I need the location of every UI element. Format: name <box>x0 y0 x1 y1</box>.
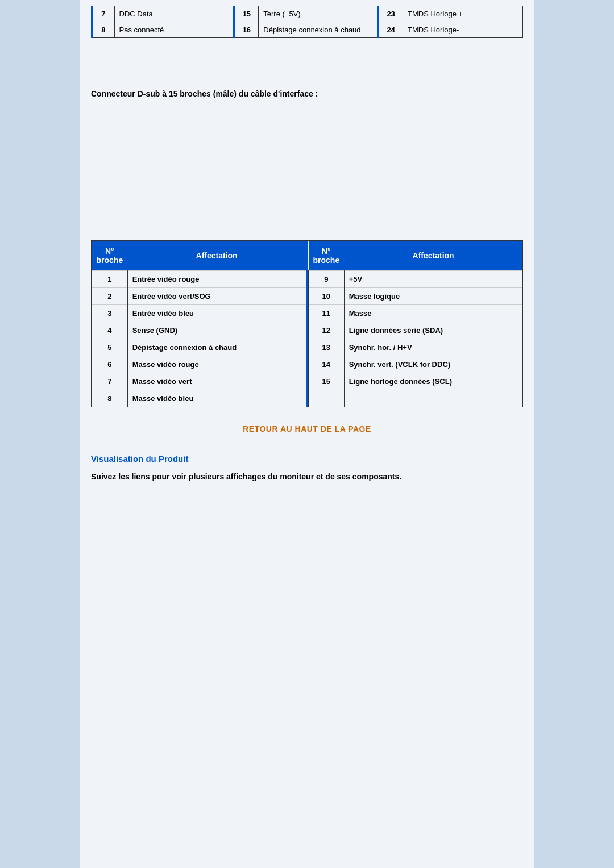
desc-15: Terre (+5V) <box>259 6 379 22</box>
table-row: 4 Sense (GND) <box>92 322 306 339</box>
table-row: 9 +5V <box>309 271 523 288</box>
assign-cell: Masse vidéo vert <box>127 373 306 390</box>
table-row: 12 Ligne données série (SDA) <box>309 322 523 339</box>
connector-left-half: N° broche Affectation 1 Entrée vidéo rou… <box>92 241 308 407</box>
table-row: 7 Masse vidéo vert <box>92 373 306 390</box>
table-row: 3 Entrée vidéo bleu <box>92 305 306 322</box>
pin-cell: 14 <box>309 356 345 373</box>
pin-cell: 9 <box>309 271 345 288</box>
pin-cell: 1 <box>92 271 128 288</box>
pin-8: 8 <box>92 22 115 38</box>
assign-cell: Dépistage connexion à chaud <box>127 339 306 356</box>
pin-16: 16 <box>234 22 259 38</box>
assign-cell: Masse <box>344 305 522 322</box>
table-row: 13 Synchr. hor. / H+V <box>309 339 523 356</box>
assign-cell: Entrée vidéo vert/SOG <box>127 288 306 305</box>
pin-cell: 7 <box>92 373 128 390</box>
assign-cell: Entrée vidéo bleu <box>127 305 306 322</box>
table-row: 14 Synchr. vert. (VCLK for DDC) <box>309 356 523 373</box>
table-row: 7 DDC Data 15 Terre (+5V) 23 TMDS Horlog… <box>92 6 523 22</box>
table-row-empty <box>309 390 523 407</box>
desc-7: DDC Data <box>114 6 234 22</box>
pin-cell: 4 <box>92 322 128 339</box>
header-pin-left: N° broche <box>92 241 128 271</box>
connector-right-table: N° broche Affectation 9 +5V 10 Masse log… <box>308 241 522 407</box>
header-assign-left: Affectation <box>127 241 306 271</box>
pin-cell: 10 <box>309 288 345 305</box>
header-assign-right: Affectation <box>344 241 522 271</box>
table-row: 11 Masse <box>309 305 523 322</box>
assign-cell: Ligne horloge données (SCL) <box>344 373 522 390</box>
spacer-1 <box>91 55 523 78</box>
table-header-row: N° broche Affectation <box>92 241 306 271</box>
pin-23: 23 <box>379 6 403 22</box>
assign-cell: Synchr. hor. / H+V <box>344 339 522 356</box>
desc-24: TMDS Horloge- <box>403 22 523 38</box>
assign-cell: Ligne données série (SDA) <box>344 322 522 339</box>
desc-16: Dépistage connexion à chaud <box>259 22 379 38</box>
pin-cell: 11 <box>309 305 345 322</box>
pin-7: 7 <box>92 6 115 22</box>
table-row: 5 Dépistage connexion à chaud <box>92 339 306 356</box>
divider <box>91 445 523 445</box>
pin-cell: 15 <box>309 373 345 390</box>
table-row: 2 Entrée vidéo vert/SOG <box>92 288 306 305</box>
pin-15: 15 <box>234 6 259 22</box>
table-header-row: N° broche Affectation <box>309 241 523 271</box>
connector-table-wrapper: N° broche Affectation 1 Entrée vidéo rou… <box>91 240 523 407</box>
assign-cell: Masse vidéo bleu <box>127 390 306 407</box>
pin-cell: 8 <box>92 390 128 407</box>
table-row: 1 Entrée vidéo rouge <box>92 271 306 288</box>
table-row: 10 Masse logique <box>309 288 523 305</box>
pin-cell: 2 <box>92 288 128 305</box>
assign-cell: Masse logique <box>344 288 522 305</box>
dvi-table: 7 DDC Data 15 Terre (+5V) 23 TMDS Horlog… <box>91 6 523 38</box>
return-link[interactable]: RETOUR AU HAUT DE LA PAGE <box>91 424 523 433</box>
table-row: 8 Pas connecté 16 Dépistage connexion à … <box>92 22 523 38</box>
connector-diagram <box>91 115 523 229</box>
assign-cell: Entrée vidéo rouge <box>127 271 306 288</box>
pin-cell: 13 <box>309 339 345 356</box>
table-row: 15 Ligne horloge données (SCL) <box>309 373 523 390</box>
assign-cell: Synchr. vert. (VCLK for DDC) <box>344 356 522 373</box>
header-pin-right: N° broche <box>309 241 345 271</box>
assign-cell: +5V <box>344 271 522 288</box>
desc-23: TMDS Horloge + <box>403 6 523 22</box>
connector-left-table: N° broche Affectation 1 Entrée vidéo rou… <box>92 241 306 407</box>
assign-cell: Masse vidéo rouge <box>127 356 306 373</box>
table-row: 8 Masse vidéo bleu <box>92 390 306 407</box>
pin-cell: 6 <box>92 356 128 373</box>
desc-8: Pas connecté <box>114 22 234 38</box>
section-title[interactable]: Visualisation du Produit <box>91 454 523 464</box>
table-row: 6 Masse vidéo rouge <box>92 356 306 373</box>
page-container: 7 DDC Data 15 Terre (+5V) 23 TMDS Horlog… <box>0 0 614 868</box>
content-area: 7 DDC Data 15 Terre (+5V) 23 TMDS Horlog… <box>80 0 534 868</box>
assign-cell: Sense (GND) <box>127 322 306 339</box>
pin-cell: 3 <box>92 305 128 322</box>
section-heading: Connecteur D-sub à 15 broches (mâle) du … <box>91 89 523 98</box>
pin-cell: 12 <box>309 322 345 339</box>
body-text: Suivez les liens pour voir plusieurs aff… <box>91 472 523 481</box>
pin-24: 24 <box>379 22 403 38</box>
connector-right-half: N° broche Affectation 9 +5V 10 Masse log… <box>308 241 522 407</box>
pin-cell: 5 <box>92 339 128 356</box>
